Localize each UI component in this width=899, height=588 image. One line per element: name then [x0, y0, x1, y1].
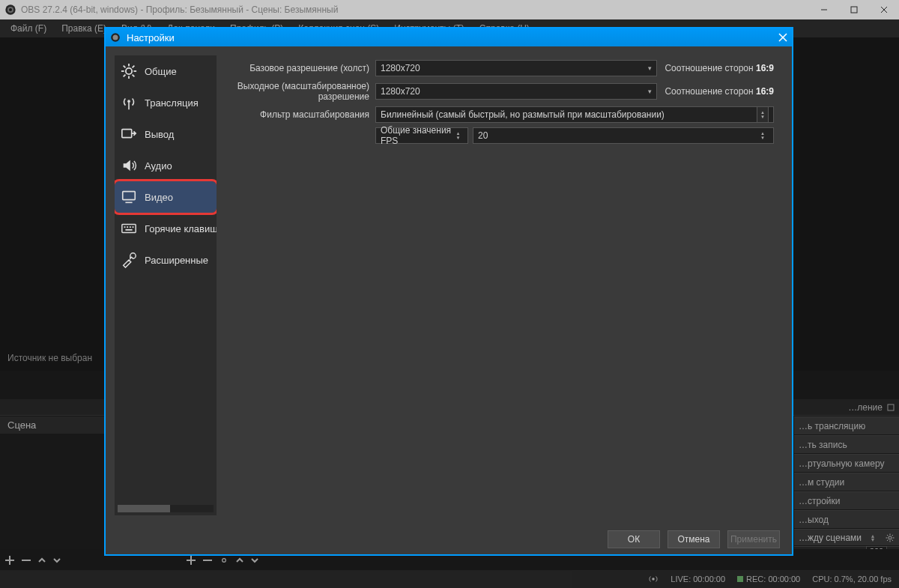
sidebar-item-label: Расширенные — [145, 255, 208, 266]
dialog-app-icon — [110, 32, 121, 43]
row-downscale-filter: Фильтр масштабирования Билинейный (самый… — [225, 106, 774, 123]
fps-type-spinner-icon[interactable]: ▲▼ — [453, 131, 463, 140]
sidebar-item-stream[interactable]: Трансляция — [115, 87, 217, 118]
sidebar-item-label: Видео — [145, 192, 173, 203]
sidebar-item-label: Вывод — [145, 129, 174, 140]
speaker-icon — [121, 157, 137, 174]
row-fps: Общие значения FPS ▲▼ 20 ▲▼ — [225, 127, 774, 144]
svg-rect-47 — [133, 226, 134, 228]
base-resolution-combo[interactable]: 1280x720 ▾ — [375, 60, 657, 76]
sidebar-item-label: Горячие клавиш — [145, 223, 217, 234]
output-aspect-ratio: Соотношение сторон 16:9 — [662, 86, 774, 97]
settings-sidebar: Общие Трансляция Вывод — [115, 55, 217, 515]
svg-point-26 — [113, 35, 118, 40]
svg-line-35 — [133, 75, 135, 77]
dialog-close-icon[interactable] — [778, 33, 787, 42]
sidebar-item-label: Аудио — [145, 160, 172, 172]
apply-button[interactable]: Применить — [727, 530, 780, 548]
sidebar-item-general[interactable]: Общие — [115, 55, 217, 87]
settings-dialog: Настройки Общие — [104, 27, 793, 556]
base-aspect-ratio: Соотношение сторон 16:9 — [662, 63, 774, 73]
svg-rect-48 — [125, 229, 132, 231]
svg-rect-44 — [124, 226, 126, 228]
sidebar-item-video[interactable]: Видео — [115, 181, 217, 213]
fps-value-combo[interactable]: 20 ▲▼ — [473, 127, 774, 144]
chevron-down-icon: ▾ — [648, 88, 652, 95]
base-resolution-value: 1280x720 — [381, 63, 420, 73]
fps-value: 20 — [478, 130, 488, 141]
output-icon — [121, 126, 137, 142]
svg-rect-41 — [123, 192, 136, 200]
downscale-filter-label: Фильтр масштабирования — [225, 109, 375, 120]
fps-type-combo[interactable]: Общие значения FPS ▲▼ — [375, 127, 468, 144]
row-base-resolution: Базовое разрешение (холст) 1280x720 ▾ Со… — [225, 60, 774, 76]
sidebar-item-output[interactable]: Вывод — [115, 118, 217, 150]
monitor-icon — [121, 189, 137, 205]
svg-point-29 — [126, 68, 132, 74]
antenna-icon — [121, 94, 137, 111]
svg-line-37 — [133, 66, 135, 68]
ok-button[interactable]: ОК — [608, 530, 660, 548]
svg-line-36 — [124, 75, 126, 77]
sidebar-item-label: Общие — [145, 66, 177, 77]
sidebar-item-hotkeys[interactable]: Горячие клавиш — [115, 213, 217, 244]
svg-rect-46 — [130, 226, 131, 228]
filter-spinner-icon[interactable]: ▲▼ — [757, 106, 769, 123]
dialog-footer: ОК Отмена Применить — [106, 524, 792, 554]
obs-main-window: OBS 27.2.4 (64-bit, windows) - Профиль: … — [0, 0, 899, 588]
svg-line-34 — [124, 66, 126, 68]
gear-icon — [121, 63, 137, 79]
downscale-filter-value: Билинейный (самый быстрый, но размытый п… — [381, 109, 665, 120]
sidebar-scrollbar[interactable] — [118, 505, 214, 512]
keyboard-icon — [121, 220, 137, 237]
base-resolution-label: Базовое разрешение (холст) — [225, 63, 375, 73]
fps-type-value: Общие значения FPS — [381, 125, 453, 146]
settings-panel-video: Базовое разрешение (холст) 1280x720 ▾ Со… — [225, 46, 792, 524]
dialog-titlebar[interactable]: Настройки — [106, 28, 792, 46]
output-resolution-label: Выходное (масштабированное) разрешение — [225, 81, 375, 102]
svg-point-38 — [127, 100, 130, 103]
sidebar-item-audio[interactable]: Аудио — [115, 150, 217, 181]
dialog-title: Настройки — [127, 32, 175, 43]
output-resolution-value: 1280x720 — [381, 86, 420, 97]
fps-value-spinner-icon[interactable]: ▲▼ — [757, 131, 769, 140]
output-resolution-combo[interactable]: 1280x720 ▾ — [375, 83, 657, 100]
sidebar-item-label: Трансляция — [145, 97, 199, 109]
downscale-filter-combo[interactable]: Билинейный (самый быстрый, но размытый п… — [375, 106, 774, 123]
tools-icon — [121, 252, 137, 268]
cancel-button[interactable]: Отмена — [668, 530, 720, 548]
svg-rect-45 — [127, 226, 128, 228]
svg-rect-40 — [122, 130, 132, 138]
row-output-resolution: Выходное (масштабированное) разрешение 1… — [225, 81, 774, 102]
svg-rect-43 — [122, 225, 136, 233]
chevron-down-icon: ▾ — [648, 64, 652, 72]
sidebar-item-advanced[interactable]: Расширенные — [115, 244, 217, 276]
